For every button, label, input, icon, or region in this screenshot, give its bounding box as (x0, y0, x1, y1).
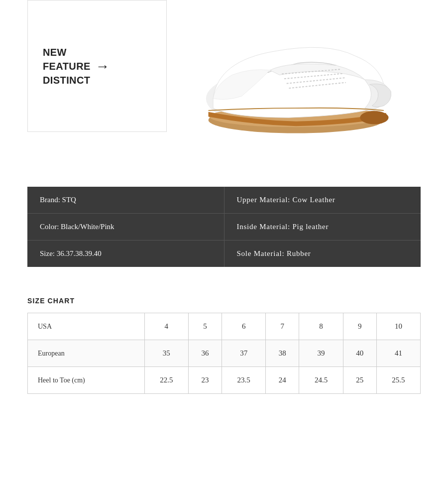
size-usa-7: 7 (266, 313, 299, 340)
size-eu-35: 35 (144, 340, 188, 367)
size-table: USA 4 5 6 7 8 9 10 European 35 36 37 38 … (27, 313, 421, 394)
size-heel-25: 25 (343, 367, 376, 394)
size-eu-39: 39 (299, 340, 343, 367)
size-usa-8: 8 (299, 313, 343, 340)
spec-row-color: Color: Black/White/Pink Inside Material:… (27, 214, 421, 241)
size-usa-5: 5 (188, 313, 222, 340)
size-row-usa: USA 4 5 6 7 8 9 10 (28, 313, 421, 340)
size-label-usa: USA (28, 313, 145, 340)
size-heel-245: 24.5 (299, 367, 343, 394)
shoe-image-container (167, 0, 421, 159)
spec-row-brand: Brand: STQ Upper Material: Cow Leather (27, 187, 421, 214)
size-eu-36: 36 (188, 340, 222, 367)
size-heel-23: 23 (188, 367, 222, 394)
shoe-image (194, 20, 393, 139)
size-usa-9: 9 (343, 313, 376, 340)
feature-text: NEW FEATURE DISTINCT (43, 45, 91, 87)
size-chart-title: SIZE CHART (27, 297, 421, 305)
spec-color-left: Color: Black/White/Pink (27, 214, 224, 241)
size-usa-10: 10 (376, 313, 420, 340)
svg-point-7 (360, 111, 388, 124)
spec-sole-material: Sole Material: Rubber (224, 241, 421, 267)
size-heel-235: 23.5 (222, 367, 266, 394)
specs-section: Brand: STQ Upper Material: Cow Leather C… (27, 187, 421, 267)
feature-content: NEW FEATURE DISTINCT → (43, 45, 110, 87)
shoe-illustration (194, 20, 393, 139)
size-usa-6: 6 (222, 313, 266, 340)
spec-inside-material: Inside Material: Pig leather (224, 214, 421, 241)
size-heel-225: 22.5 (144, 367, 188, 394)
size-usa-4: 4 (144, 313, 188, 340)
size-eu-41: 41 (376, 340, 420, 367)
size-row-heel-toe: Heel to Toe (cm) 22.5 23 23.5 24 24.5 25… (28, 367, 421, 394)
size-eu-37: 37 (222, 340, 266, 367)
size-label-heel-toe: Heel to Toe (cm) (28, 367, 145, 394)
size-eu-38: 38 (266, 340, 299, 367)
size-eu-40: 40 (343, 340, 376, 367)
size-chart-section: SIZE CHART USA 4 5 6 7 8 9 10 European 3… (27, 297, 421, 394)
size-heel-255: 25.5 (376, 367, 420, 394)
spec-row-size: Size: 36.37.38.39.40 Sole Material: Rubb… (27, 241, 421, 267)
size-heel-24: 24 (266, 367, 299, 394)
size-row-european: European 35 36 37 38 39 40 41 (28, 340, 421, 367)
feature-box: NEW FEATURE DISTINCT → (27, 0, 167, 132)
spec-upper-material: Upper Material: Cow Leather (224, 187, 421, 214)
size-label-european: European (28, 340, 145, 367)
spec-size-left: Size: 36.37.38.39.40 (27, 241, 224, 267)
spec-brand-left: Brand: STQ (27, 187, 224, 214)
arrow-icon[interactable]: → (96, 58, 110, 74)
top-section: NEW FEATURE DISTINCT → (0, 0, 448, 159)
specs-table: Brand: STQ Upper Material: Cow Leather C… (27, 187, 421, 267)
